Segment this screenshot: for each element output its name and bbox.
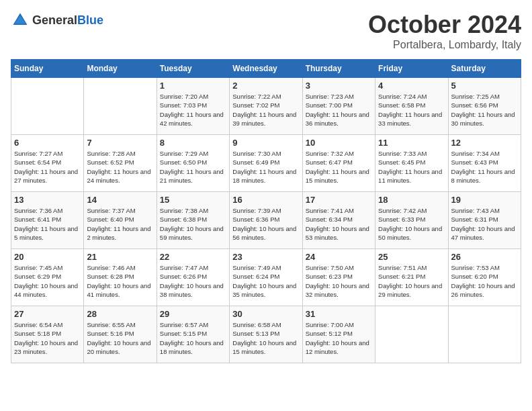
day-number: 27 <box>14 309 81 319</box>
page-header: GeneralBlue October 2024 Portalbera, Lom… <box>11 11 521 51</box>
calendar-day-cell: 11Sunrise: 7:33 AMSunset: 6:45 PMDayligh… <box>375 135 448 192</box>
day-number: 4 <box>378 81 445 91</box>
day-number: 16 <box>232 195 299 205</box>
calendar-day-cell: 24Sunrise: 7:50 AMSunset: 6:23 PMDayligh… <box>302 249 375 306</box>
calendar-day-cell: 16Sunrise: 7:39 AMSunset: 6:36 PMDayligh… <box>230 192 302 249</box>
calendar-day-cell: 3Sunrise: 7:23 AMSunset: 7:00 PMDaylight… <box>302 78 375 135</box>
calendar-day-cell: 27Sunrise: 6:54 AMSunset: 5:18 PMDayligh… <box>11 306 84 363</box>
day-number: 30 <box>232 309 299 319</box>
day-number: 31 <box>306 309 372 319</box>
calendar-day-cell: 2Sunrise: 7:22 AMSunset: 7:02 PMDaylight… <box>230 78 302 135</box>
weekday-header-cell: Wednesday <box>230 60 302 78</box>
calendar-week-row: 27Sunrise: 6:54 AMSunset: 5:18 PMDayligh… <box>11 306 521 363</box>
day-info: Sunrise: 6:55 AMSunset: 5:16 PMDaylight:… <box>87 320 153 356</box>
day-info: Sunrise: 7:32 AMSunset: 6:47 PMDaylight:… <box>306 149 372 185</box>
day-info: Sunrise: 7:20 AMSunset: 7:03 PMDaylight:… <box>160 92 226 128</box>
logo-icon <box>11 11 30 30</box>
day-info: Sunrise: 7:27 AMSunset: 6:54 PMDaylight:… <box>14 149 81 185</box>
day-number: 9 <box>232 138 299 148</box>
day-number: 25 <box>378 252 445 262</box>
calendar-subtitle: Portalbera, Lombardy, Italy <box>368 39 521 51</box>
calendar-table: SundayMondayTuesdayWednesdayThursdayFrid… <box>11 59 521 363</box>
calendar-day-cell <box>448 306 521 363</box>
day-number: 17 <box>306 195 372 205</box>
day-number: 6 <box>14 138 81 148</box>
day-info: Sunrise: 7:23 AMSunset: 7:00 PMDaylight:… <box>306 92 372 128</box>
calendar-day-cell: 6Sunrise: 7:27 AMSunset: 6:54 PMDaylight… <box>11 135 84 192</box>
calendar-day-cell: 20Sunrise: 7:45 AMSunset: 6:29 PMDayligh… <box>11 249 84 306</box>
calendar-title: October 2024 <box>368 11 521 39</box>
day-number: 24 <box>306 252 372 262</box>
day-number: 18 <box>378 195 445 205</box>
day-number: 22 <box>160 252 226 262</box>
day-info: Sunrise: 7:43 AMSunset: 6:31 PMDaylight:… <box>451 206 518 242</box>
day-info: Sunrise: 7:49 AMSunset: 6:24 PMDaylight:… <box>232 263 299 299</box>
day-info: Sunrise: 7:51 AMSunset: 6:21 PMDaylight:… <box>378 263 445 299</box>
day-info: Sunrise: 7:46 AMSunset: 6:28 PMDaylight:… <box>87 263 153 299</box>
calendar-day-cell: 10Sunrise: 7:32 AMSunset: 6:47 PMDayligh… <box>302 135 375 192</box>
day-info: Sunrise: 7:47 AMSunset: 6:26 PMDaylight:… <box>160 263 226 299</box>
calendar-day-cell: 17Sunrise: 7:41 AMSunset: 6:34 PMDayligh… <box>302 192 375 249</box>
day-number: 11 <box>378 138 445 148</box>
day-number: 1 <box>160 81 226 91</box>
weekday-header-row: SundayMondayTuesdayWednesdayThursdayFrid… <box>11 60 521 78</box>
calendar-week-row: 6Sunrise: 7:27 AMSunset: 6:54 PMDaylight… <box>11 135 521 192</box>
day-info: Sunrise: 7:28 AMSunset: 6:52 PMDaylight:… <box>87 149 153 185</box>
calendar-day-cell: 28Sunrise: 6:55 AMSunset: 5:16 PMDayligh… <box>84 306 157 363</box>
calendar-day-cell: 23Sunrise: 7:49 AMSunset: 6:24 PMDayligh… <box>230 249 302 306</box>
calendar-week-row: 1Sunrise: 7:20 AMSunset: 7:03 PMDaylight… <box>11 78 521 135</box>
logo-blue: Blue <box>77 13 103 27</box>
calendar-day-cell: 15Sunrise: 7:38 AMSunset: 6:38 PMDayligh… <box>157 192 229 249</box>
day-info: Sunrise: 6:58 AMSunset: 5:13 PMDaylight:… <box>232 320 299 356</box>
calendar-week-row: 20Sunrise: 7:45 AMSunset: 6:29 PMDayligh… <box>11 249 521 306</box>
calendar-day-cell <box>84 78 157 135</box>
weekday-header-cell: Thursday <box>302 60 375 78</box>
weekday-header-cell: Tuesday <box>157 60 229 78</box>
weekday-header-cell: Sunday <box>11 60 84 78</box>
day-info: Sunrise: 6:57 AMSunset: 5:15 PMDaylight:… <box>160 320 226 356</box>
calendar-week-row: 13Sunrise: 7:36 AMSunset: 6:41 PMDayligh… <box>11 192 521 249</box>
day-info: Sunrise: 7:38 AMSunset: 6:38 PMDaylight:… <box>160 206 226 242</box>
calendar-day-cell: 13Sunrise: 7:36 AMSunset: 6:41 PMDayligh… <box>11 192 84 249</box>
weekday-header-cell: Monday <box>84 60 157 78</box>
day-number: 8 <box>160 138 226 148</box>
calendar-day-cell: 4Sunrise: 7:24 AMSunset: 6:58 PMDaylight… <box>375 78 448 135</box>
day-info: Sunrise: 7:34 AMSunset: 6:43 PMDaylight:… <box>451 149 518 185</box>
calendar-day-cell: 21Sunrise: 7:46 AMSunset: 6:28 PMDayligh… <box>84 249 157 306</box>
day-info: Sunrise: 7:24 AMSunset: 6:58 PMDaylight:… <box>378 92 445 128</box>
calendar-day-cell: 26Sunrise: 7:53 AMSunset: 6:20 PMDayligh… <box>448 249 521 306</box>
day-info: Sunrise: 7:37 AMSunset: 6:40 PMDaylight:… <box>87 206 153 242</box>
calendar-day-cell: 22Sunrise: 7:47 AMSunset: 6:26 PMDayligh… <box>157 249 229 306</box>
weekday-header-cell: Friday <box>375 60 448 78</box>
day-number: 28 <box>87 309 153 319</box>
day-number: 14 <box>87 195 153 205</box>
day-number: 10 <box>306 138 372 148</box>
logo-general: General <box>32 13 77 27</box>
calendar-day-cell: 7Sunrise: 7:28 AMSunset: 6:52 PMDaylight… <box>84 135 157 192</box>
day-info: Sunrise: 7:45 AMSunset: 6:29 PMDaylight:… <box>14 263 81 299</box>
calendar-day-cell: 9Sunrise: 7:30 AMSunset: 6:49 PMDaylight… <box>230 135 302 192</box>
day-number: 20 <box>14 252 81 262</box>
calendar-day-cell: 19Sunrise: 7:43 AMSunset: 6:31 PMDayligh… <box>448 192 521 249</box>
day-number: 2 <box>232 81 299 91</box>
day-number: 23 <box>232 252 299 262</box>
calendar-day-cell <box>11 78 84 135</box>
day-number: 26 <box>451 252 518 262</box>
day-number: 19 <box>451 195 518 205</box>
calendar-day-cell: 1Sunrise: 7:20 AMSunset: 7:03 PMDaylight… <box>157 78 229 135</box>
day-info: Sunrise: 7:50 AMSunset: 6:23 PMDaylight:… <box>306 263 372 299</box>
calendar-day-cell: 25Sunrise: 7:51 AMSunset: 6:21 PMDayligh… <box>375 249 448 306</box>
day-info: Sunrise: 7:00 AMSunset: 5:12 PMDaylight:… <box>306 320 372 356</box>
day-info: Sunrise: 7:33 AMSunset: 6:45 PMDaylight:… <box>378 149 445 185</box>
day-info: Sunrise: 7:29 AMSunset: 6:50 PMDaylight:… <box>160 149 226 185</box>
day-info: Sunrise: 7:41 AMSunset: 6:34 PMDaylight:… <box>306 206 372 242</box>
day-info: Sunrise: 6:54 AMSunset: 5:18 PMDaylight:… <box>14 320 81 356</box>
title-block: October 2024 Portalbera, Lombardy, Italy <box>368 11 521 51</box>
calendar-day-cell: 12Sunrise: 7:34 AMSunset: 6:43 PMDayligh… <box>448 135 521 192</box>
day-number: 5 <box>451 81 518 91</box>
calendar-day-cell: 8Sunrise: 7:29 AMSunset: 6:50 PMDaylight… <box>157 135 229 192</box>
day-number: 12 <box>451 138 518 148</box>
day-number: 15 <box>160 195 226 205</box>
calendar-body: 1Sunrise: 7:20 AMSunset: 7:03 PMDaylight… <box>11 78 521 363</box>
day-number: 3 <box>306 81 372 91</box>
